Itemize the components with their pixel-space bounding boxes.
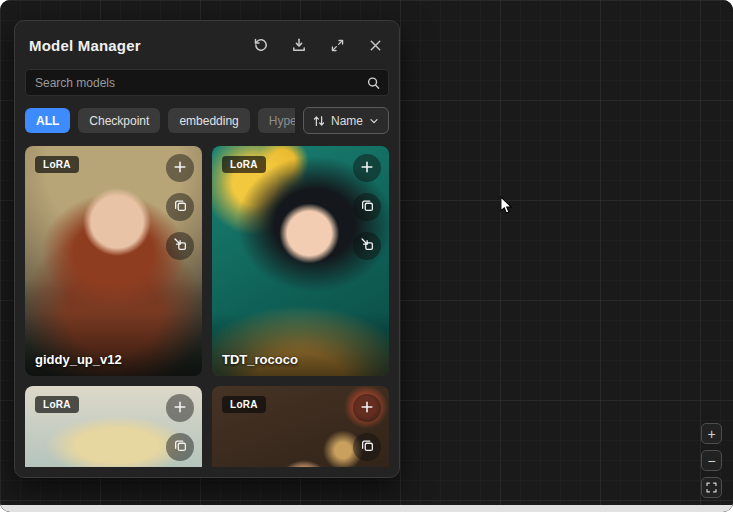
sort-dropdown[interactable]: Name xyxy=(303,107,389,134)
model-name: giddy_up_v12 xyxy=(35,352,122,367)
insert-into-workflow-icon xyxy=(360,237,375,255)
copy-model-button[interactable] xyxy=(353,193,381,221)
model-card[interactable]: LoRA giddy_up_v12 xyxy=(25,146,202,376)
sort-arrows-icon xyxy=(312,114,326,128)
filter-chip-checkpoint[interactable]: Checkpoint xyxy=(78,108,160,133)
card-actions xyxy=(166,394,194,467)
plus-icon xyxy=(359,399,375,418)
insert-into-workflow-icon xyxy=(173,237,188,255)
filter-chip-embedding[interactable]: embedding xyxy=(168,108,249,133)
model-card-grid: LoRA giddy_up_v12 LoRA xyxy=(25,146,389,467)
download-icon xyxy=(291,37,307,53)
copy-icon xyxy=(173,438,188,456)
model-card[interactable]: LoRA xyxy=(212,386,389,467)
copy-model-button[interactable] xyxy=(166,433,194,461)
refresh-icon xyxy=(253,37,269,53)
search-bar xyxy=(25,69,389,96)
close-icon xyxy=(368,38,383,53)
add-model-button[interactable] xyxy=(166,154,194,182)
expand-button[interactable] xyxy=(325,33,349,57)
insert-model-button[interactable] xyxy=(166,232,194,260)
download-button[interactable] xyxy=(287,33,311,57)
copy-model-button[interactable] xyxy=(353,433,381,461)
fit-view-button[interactable] xyxy=(701,477,722,498)
fit-view-icon xyxy=(705,481,718,494)
model-type-badge: LoRA xyxy=(222,396,266,413)
model-card[interactable]: LoRA xyxy=(25,386,202,467)
filter-chip-hypernetwork[interactable]: Hyper xyxy=(258,108,295,133)
model-type-badge: LoRA xyxy=(222,156,266,173)
model-type-badge: LoRA xyxy=(35,396,79,413)
add-model-button[interactable] xyxy=(353,394,381,422)
app-window: Model Manager xyxy=(0,0,733,512)
canvas-zoom-controls: + − xyxy=(701,423,722,498)
plus-icon xyxy=(172,159,188,178)
copy-model-button[interactable] xyxy=(166,193,194,221)
filter-chip-all[interactable]: ALL xyxy=(25,108,70,133)
copy-icon xyxy=(360,438,375,456)
panel-header: Model Manager xyxy=(15,21,399,65)
plus-icon xyxy=(359,159,375,178)
model-type-badge: LoRA xyxy=(35,156,79,173)
panel-title: Model Manager xyxy=(29,37,235,54)
model-card[interactable]: LoRA TDT_rococo xyxy=(212,146,389,376)
close-button[interactable] xyxy=(363,33,387,57)
zoom-in-button[interactable]: + xyxy=(701,423,722,444)
chevron-down-icon xyxy=(368,115,380,127)
add-model-button[interactable] xyxy=(166,394,194,422)
search-input[interactable] xyxy=(25,69,389,96)
zoom-out-button[interactable]: − xyxy=(701,450,722,471)
copy-icon xyxy=(360,198,375,216)
expand-icon xyxy=(330,38,345,53)
model-name: TDT_rococo xyxy=(222,352,298,367)
refresh-button[interactable] xyxy=(249,33,273,57)
plus-icon xyxy=(172,399,188,418)
horizontal-scrollbar[interactable] xyxy=(0,505,733,512)
copy-icon xyxy=(173,198,188,216)
add-model-button[interactable] xyxy=(353,154,381,182)
sort-label: Name xyxy=(331,114,363,128)
card-actions xyxy=(166,154,194,260)
insert-model-button[interactable] xyxy=(353,232,381,260)
card-actions xyxy=(353,394,381,467)
search-icon xyxy=(366,75,381,90)
card-actions xyxy=(353,154,381,260)
model-manager-panel: Model Manager xyxy=(14,20,400,478)
filter-row: ALL Checkpoint embedding Hyper Name xyxy=(25,107,389,134)
